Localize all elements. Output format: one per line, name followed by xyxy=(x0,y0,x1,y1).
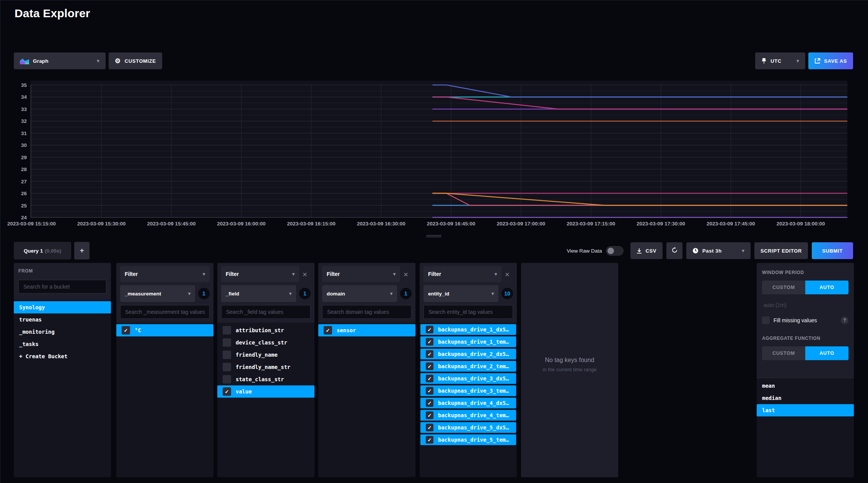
empty-title: No tag keys found xyxy=(521,357,618,364)
tag-value-item[interactable]: ✓backupnas_drive_1_tem… xyxy=(420,336,516,347)
tag-value-item[interactable]: ✓backupnas_drive_5_dx5… xyxy=(420,422,516,433)
tag-key-dropdown[interactable]: entity_id▾ xyxy=(423,285,498,302)
filter-panel-header: Filter▾_measurement▾1 xyxy=(116,263,213,323)
tag-value-item[interactable]: ✓backupnas_drive_4_tem… xyxy=(420,410,516,421)
checkbox-icon[interactable] xyxy=(223,326,231,335)
tag-value-item[interactable]: attribution_str xyxy=(217,324,314,336)
tag-key-label: _measurement xyxy=(125,291,161,297)
query-tab[interactable]: Query 1 (0.05s) xyxy=(14,242,71,259)
checkbox-icon[interactable] xyxy=(223,351,231,359)
bucket-item[interactable]: Synology xyxy=(14,301,111,313)
aggregate-function-item[interactable]: mean xyxy=(757,380,854,392)
tag-value-item[interactable]: ✓value xyxy=(217,385,314,398)
checkbox-icon[interactable]: ✓ xyxy=(426,424,433,431)
tag-value-label: sensor xyxy=(337,327,356,333)
chevron-down-icon: ▾ xyxy=(393,271,396,277)
checkbox-icon[interactable] xyxy=(223,338,231,347)
tag-value-label: value xyxy=(236,388,252,395)
tag-value-search-input[interactable] xyxy=(221,305,311,319)
close-icon[interactable]: × xyxy=(299,270,311,278)
checkbox-icon[interactable]: ✓ xyxy=(426,436,433,444)
svg-text:32: 32 xyxy=(21,118,27,124)
checkbox-icon[interactable] xyxy=(223,375,231,383)
timezone-dropdown[interactable]: UTC ▾ xyxy=(755,52,805,69)
tag-value-item[interactable]: ✓backupnas_drive_3_tem… xyxy=(420,385,516,396)
tag-value-item[interactable]: ✓backupnas_drive_1_dx5… xyxy=(420,324,516,335)
tag-key-dropdown[interactable]: domain▾ xyxy=(322,285,397,302)
script-editor-button[interactable]: SCRIPT EDITOR xyxy=(754,242,808,259)
bucket-item[interactable]: _tasks xyxy=(14,338,111,350)
window-custom-button[interactable]: CUSTOM xyxy=(762,281,805,294)
tag-value-item[interactable]: ✓backupnas_drive_3_dx5… xyxy=(420,373,516,384)
checkbox-icon[interactable]: ✓ xyxy=(426,338,433,346)
checkbox-icon[interactable]: ✓ xyxy=(426,350,433,358)
aggregate-function-list: meanmedianlast xyxy=(757,378,854,416)
csv-download-button[interactable]: CSV xyxy=(630,242,663,259)
checkbox-icon[interactable] xyxy=(223,363,231,371)
bucket-search-input[interactable] xyxy=(18,280,106,294)
tag-value-label: backupnas_drive_2_dx5… xyxy=(438,351,509,357)
tag-value-list: ✓°C xyxy=(116,323,213,336)
filter-type-dropdown[interactable]: Filter▾ xyxy=(221,266,299,282)
refresh-button[interactable] xyxy=(666,242,682,259)
svg-text:2023-03-09 15:15:00: 2023-03-09 15:15:00 xyxy=(7,221,56,227)
filter-type-label: Filter xyxy=(226,271,239,277)
filter-panel: Filter▾×domain▾1✓sensor xyxy=(318,263,415,477)
window-auto-value: auto (1m) xyxy=(762,302,848,308)
tag-value-label: attribution_str xyxy=(236,327,284,333)
fill-missing-checkbox[interactable] xyxy=(762,317,770,324)
tag-value-item[interactable]: ✓backupnas_drive_2_dx5… xyxy=(420,349,516,359)
checkbox-icon[interactable]: ✓ xyxy=(426,399,433,407)
checkbox-icon[interactable]: ✓ xyxy=(426,375,433,382)
bucket-item[interactable]: truenas xyxy=(14,313,111,326)
tag-value-item[interactable]: ✓°C xyxy=(116,324,213,336)
checkbox-icon[interactable]: ✓ xyxy=(426,362,433,370)
aggregate-function-item[interactable]: last xyxy=(757,404,854,416)
bucket-item[interactable]: _monitoring xyxy=(14,326,111,338)
aggregate-function-item[interactable]: median xyxy=(757,392,854,404)
page-title: Data Explorer xyxy=(15,7,90,20)
close-icon[interactable]: × xyxy=(400,270,412,278)
query-options-panel: WINDOW PERIOD CUSTOM AUTO auto (1m) Fill… xyxy=(757,263,854,477)
view-type-dropdown[interactable]: Graph ▾ xyxy=(14,52,106,69)
time-range-dropdown[interactable]: Past 3h ▾ xyxy=(686,242,751,259)
tag-value-item[interactable]: device_class_str xyxy=(217,336,314,349)
save-as-button[interactable]: SAVE AS xyxy=(808,52,853,69)
checkbox-icon[interactable]: ✓ xyxy=(426,326,433,333)
tag-value-search-input[interactable] xyxy=(423,305,513,319)
tag-value-item[interactable]: friendly_name_str xyxy=(217,361,314,373)
close-icon[interactable]: × xyxy=(502,270,513,278)
checkbox-icon[interactable]: ✓ xyxy=(324,326,332,335)
time-series-chart[interactable]: 3534333231302928272625242023-03-09 15:15… xyxy=(0,78,868,234)
tag-value-item[interactable]: ✓sensor xyxy=(318,324,415,336)
tag-key-dropdown[interactable]: _field▾ xyxy=(221,285,296,302)
query-bar: Query 1 (0.05s) + View Raw Data CSV xyxy=(14,242,853,259)
bucket-item[interactable]: + Create Bucket xyxy=(14,350,111,362)
checkbox-icon[interactable]: ✓ xyxy=(426,411,433,419)
resize-handle[interactable] xyxy=(426,234,441,238)
svg-text:33: 33 xyxy=(21,106,27,112)
aggregate-custom-button[interactable]: CUSTOM xyxy=(762,346,805,360)
view-raw-data-toggle[interactable] xyxy=(606,246,624,256)
submit-button[interactable]: SUBMIT xyxy=(812,242,853,259)
tag-value-item[interactable]: ✓backupnas_drive_4_dx5… xyxy=(420,398,516,408)
checkbox-icon[interactable]: ✓ xyxy=(223,387,231,396)
tag-value-item[interactable]: ✓backupnas_drive_2_tem… xyxy=(420,361,516,372)
tag-value-item[interactable]: friendly_name xyxy=(217,349,314,361)
tag-value-search-input[interactable] xyxy=(120,305,210,319)
customize-button[interactable]: ⚙ CUSTOMIZE xyxy=(109,52,162,69)
checkbox-icon[interactable]: ✓ xyxy=(426,387,433,395)
aggregate-auto-button[interactable]: AUTO xyxy=(805,346,848,360)
tag-key-dropdown[interactable]: _measurement▾ xyxy=(120,285,195,302)
window-auto-button[interactable]: AUTO xyxy=(805,281,848,294)
filter-type-dropdown[interactable]: Filter▾ xyxy=(120,266,210,282)
checkbox-icon[interactable]: ✓ xyxy=(122,326,130,335)
tag-value-label: backupnas_drive_3_dx5… xyxy=(438,375,509,382)
add-query-button[interactable]: + xyxy=(74,242,90,259)
tag-value-item[interactable]: ✓backupnas_drive_5_tem… xyxy=(420,434,516,445)
filter-type-dropdown[interactable]: Filter▾ xyxy=(322,266,400,282)
help-icon[interactable]: ? xyxy=(841,317,848,324)
tag-value-search-input[interactable] xyxy=(322,305,412,319)
filter-type-dropdown[interactable]: Filter▾ xyxy=(423,266,502,282)
tag-value-item[interactable]: state_class_str xyxy=(217,373,314,385)
